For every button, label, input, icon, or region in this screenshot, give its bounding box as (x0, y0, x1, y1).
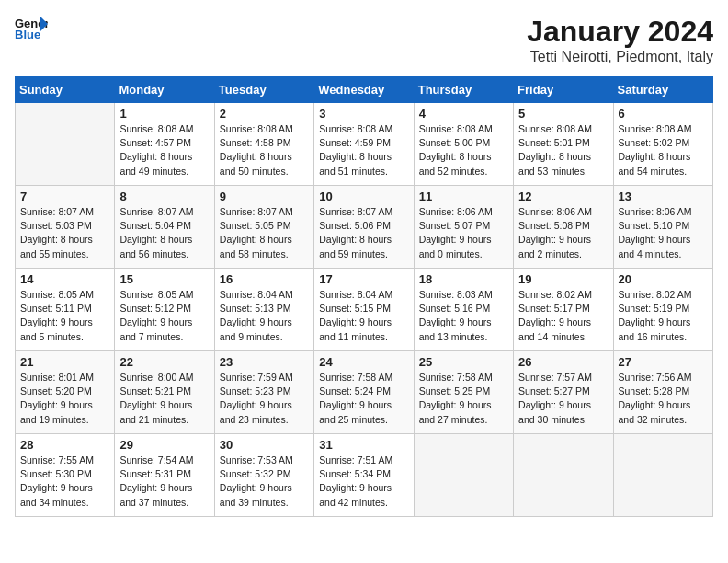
calendar-cell (414, 434, 513, 517)
calendar-cell: 20 Sunrise: 8:02 AM Sunset: 5:19 PM Dayl… (613, 269, 712, 351)
day-info: Sunrise: 8:07 AM Sunset: 5:04 PM Dayligh… (119, 205, 209, 261)
sunset-text: Sunset: 5:03 PM (20, 220, 92, 231)
daylight-text: Daylight: 9 hours and 11 minutes. (319, 316, 392, 341)
sunset-text: Sunset: 5:19 PM (619, 303, 690, 314)
daylight-text: Daylight: 9 hours and 30 minutes. (518, 399, 591, 424)
calendar-cell: 27 Sunrise: 7:56 AM Sunset: 5:28 PM Dayl… (613, 351, 712, 434)
calendar-cell: 22 Sunrise: 8:00 AM Sunset: 5:21 PM Dayl… (115, 351, 214, 434)
day-number: 29 (119, 438, 209, 452)
calendar-cell: 23 Sunrise: 7:59 AM Sunset: 5:23 PM Dayl… (214, 351, 313, 434)
sunrise-text: Sunrise: 7:56 AM (619, 372, 692, 383)
sunrise-text: Sunrise: 8:06 AM (518, 206, 592, 217)
day-number: 31 (319, 438, 408, 452)
calendar-cell: 4 Sunrise: 8:08 AM Sunset: 5:00 PM Dayli… (414, 103, 513, 186)
sunrise-text: Sunrise: 7:58 AM (419, 372, 493, 383)
day-number: 19 (518, 272, 608, 286)
month-title: January 2024 (527, 15, 713, 49)
day-info: Sunrise: 8:08 AM Sunset: 5:01 PM Dayligh… (518, 122, 608, 178)
calendar-cell: 17 Sunrise: 8:04 AM Sunset: 5:15 PM Dayl… (314, 269, 414, 351)
calendar-cell: 7 Sunrise: 8:07 AM Sunset: 5:03 PM Dayli… (16, 186, 115, 269)
day-number: 1 (119, 107, 209, 121)
day-number: 20 (619, 272, 708, 286)
weekday-header-monday: Monday (115, 77, 214, 103)
daylight-text: Daylight: 8 hours and 58 minutes. (220, 234, 292, 259)
day-number: 27 (619, 355, 708, 369)
day-info: Sunrise: 8:08 AM Sunset: 5:00 PM Dayligh… (419, 122, 508, 178)
daylight-text: Daylight: 8 hours and 59 minutes. (319, 234, 392, 259)
calendar-cell: 18 Sunrise: 8:03 AM Sunset: 5:16 PM Dayl… (414, 269, 513, 351)
day-number: 21 (20, 355, 109, 369)
day-info: Sunrise: 8:06 AM Sunset: 5:10 PM Dayligh… (619, 205, 708, 261)
sunset-text: Sunset: 5:24 PM (319, 385, 391, 396)
day-info: Sunrise: 7:54 AM Sunset: 5:31 PM Dayligh… (119, 454, 209, 510)
sunset-text: Sunset: 5:06 PM (319, 220, 391, 231)
day-info: Sunrise: 8:08 AM Sunset: 4:57 PM Dayligh… (119, 122, 209, 178)
calendar-cell: 29 Sunrise: 7:54 AM Sunset: 5:31 PM Dayl… (115, 434, 214, 517)
daylight-text: Daylight: 9 hours and 9 minutes. (220, 316, 292, 341)
calendar-cell: 30 Sunrise: 7:53 AM Sunset: 5:32 PM Dayl… (214, 434, 313, 517)
day-info: Sunrise: 8:02 AM Sunset: 5:19 PM Dayligh… (619, 288, 708, 344)
day-number: 4 (419, 107, 508, 121)
sunrise-text: Sunrise: 8:00 AM (119, 372, 193, 383)
calendar-cell: 16 Sunrise: 8:04 AM Sunset: 5:13 PM Dayl… (214, 269, 313, 351)
calendar-cell (514, 434, 613, 517)
calendar-cell (613, 434, 712, 517)
calendar-cell: 10 Sunrise: 8:07 AM Sunset: 5:06 PM Dayl… (314, 186, 414, 269)
daylight-text: Daylight: 9 hours and 42 minutes. (319, 482, 392, 507)
daylight-text: Daylight: 8 hours and 52 minutes. (419, 151, 492, 176)
sunrise-text: Sunrise: 8:08 AM (220, 123, 293, 134)
sunrise-text: Sunrise: 8:08 AM (319, 123, 392, 134)
sunrise-text: Sunrise: 8:07 AM (20, 206, 94, 217)
sunset-text: Sunset: 5:13 PM (220, 303, 291, 314)
day-info: Sunrise: 8:08 AM Sunset: 5:02 PM Dayligh… (619, 122, 708, 178)
weekday-header-friday: Friday (514, 77, 613, 103)
calendar-cell: 12 Sunrise: 8:06 AM Sunset: 5:08 PM Dayl… (514, 186, 613, 269)
day-info: Sunrise: 8:08 AM Sunset: 4:59 PM Dayligh… (319, 122, 408, 178)
daylight-text: Daylight: 9 hours and 19 minutes. (20, 399, 93, 424)
sunset-text: Sunset: 4:57 PM (119, 137, 191, 148)
sunset-text: Sunset: 5:02 PM (619, 137, 690, 148)
calendar-cell: 25 Sunrise: 7:58 AM Sunset: 5:25 PM Dayl… (414, 351, 513, 434)
sunrise-text: Sunrise: 7:54 AM (119, 454, 193, 465)
sunrise-text: Sunrise: 7:51 AM (319, 454, 392, 465)
calendar-cell: 31 Sunrise: 7:51 AM Sunset: 5:34 PM Dayl… (314, 434, 414, 517)
daylight-text: Daylight: 8 hours and 49 minutes. (119, 151, 192, 176)
sunset-text: Sunset: 5:04 PM (119, 220, 191, 231)
daylight-text: Daylight: 9 hours and 0 minutes. (419, 234, 492, 259)
day-number: 22 (119, 355, 209, 369)
day-info: Sunrise: 8:00 AM Sunset: 5:21 PM Dayligh… (119, 371, 209, 427)
sunrise-text: Sunrise: 8:05 AM (119, 289, 193, 300)
calendar-cell: 2 Sunrise: 8:08 AM Sunset: 4:58 PM Dayli… (214, 103, 313, 186)
day-info: Sunrise: 8:04 AM Sunset: 5:15 PM Dayligh… (319, 288, 408, 344)
day-info: Sunrise: 8:07 AM Sunset: 5:06 PM Dayligh… (319, 205, 408, 261)
calendar-cell: 9 Sunrise: 8:07 AM Sunset: 5:05 PM Dayli… (214, 186, 313, 269)
day-number: 5 (518, 107, 608, 121)
day-number: 8 (119, 190, 209, 203)
sunrise-text: Sunrise: 8:08 AM (518, 123, 592, 134)
daylight-text: Daylight: 8 hours and 53 minutes. (518, 151, 591, 176)
day-info: Sunrise: 8:06 AM Sunset: 5:08 PM Dayligh… (518, 205, 608, 261)
calendar-cell: 3 Sunrise: 8:08 AM Sunset: 4:59 PM Dayli… (314, 103, 414, 186)
day-info: Sunrise: 7:53 AM Sunset: 5:32 PM Dayligh… (220, 454, 309, 510)
daylight-text: Daylight: 9 hours and 27 minutes. (419, 399, 492, 424)
sunrise-text: Sunrise: 8:07 AM (220, 206, 293, 217)
daylight-text: Daylight: 8 hours and 50 minutes. (220, 151, 292, 176)
day-info: Sunrise: 8:08 AM Sunset: 4:58 PM Dayligh… (220, 122, 309, 178)
daylight-text: Daylight: 9 hours and 13 minutes. (419, 316, 492, 341)
weekday-header-wednesday: Wednesday (314, 77, 414, 103)
day-number: 3 (319, 107, 408, 121)
sunset-text: Sunset: 5:08 PM (518, 220, 590, 231)
day-number: 2 (220, 107, 309, 121)
day-info: Sunrise: 8:07 AM Sunset: 5:05 PM Dayligh… (220, 205, 309, 261)
day-number: 6 (619, 107, 708, 121)
week-row-5: 28 Sunrise: 7:55 AM Sunset: 5:30 PM Dayl… (16, 434, 713, 517)
daylight-text: Daylight: 9 hours and 21 minutes. (119, 399, 192, 424)
sunset-text: Sunset: 4:58 PM (220, 137, 291, 148)
calendar-body: 1 Sunrise: 8:08 AM Sunset: 4:57 PM Dayli… (16, 103, 713, 517)
sunset-text: Sunset: 5:07 PM (419, 220, 491, 231)
daylight-text: Daylight: 9 hours and 39 minutes. (220, 482, 292, 507)
week-row-3: 14 Sunrise: 8:05 AM Sunset: 5:11 PM Dayl… (16, 269, 713, 351)
sunset-text: Sunset: 5:21 PM (119, 385, 191, 396)
day-number: 18 (419, 272, 508, 286)
sunrise-text: Sunrise: 8:08 AM (419, 123, 493, 134)
